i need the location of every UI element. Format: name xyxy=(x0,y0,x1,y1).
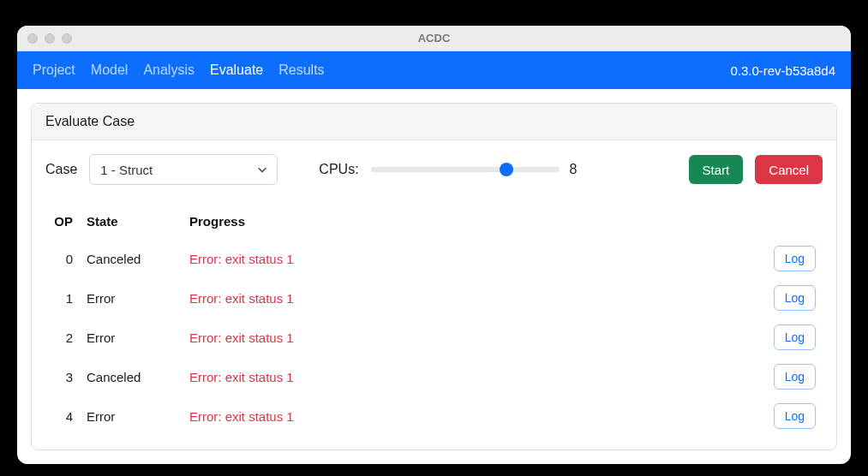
cell-op: 4 xyxy=(45,396,80,436)
log-button[interactable]: Log xyxy=(774,364,816,390)
table-row: 2 Error Error: exit status 1 Log xyxy=(45,318,823,357)
controls-row: Case 1 - Struct CPUs: 8 Start xyxy=(45,154,823,185)
log-button[interactable]: Log xyxy=(774,246,816,271)
cell-progress: Error: exit status 1 xyxy=(183,396,767,436)
th-state: State xyxy=(80,209,183,239)
cpus-slider[interactable] xyxy=(371,167,560,172)
cpus-slider-track xyxy=(371,167,506,172)
nav-items: Project Model Analysis Evaluate Results xyxy=(33,62,325,78)
cell-state: Error xyxy=(80,318,183,357)
cancel-button[interactable]: Cancel xyxy=(755,155,823,184)
cell-op: 3 xyxy=(45,357,80,396)
case-label: Case xyxy=(45,162,77,177)
cell-state: Error xyxy=(80,278,183,318)
cpus-slider-wrap: 8 xyxy=(371,162,578,177)
cell-progress: Error: exit status 1 xyxy=(183,318,767,357)
nav-project[interactable]: Project xyxy=(33,62,75,78)
cpus-value: 8 xyxy=(570,162,578,177)
results-table-wrap: OP State Progress 0 Canceled Error: exit… xyxy=(45,209,823,436)
th-progress: Progress xyxy=(183,209,767,239)
case-select[interactable]: 1 - Struct xyxy=(89,154,278,185)
table-row: 3 Canceled Error: exit status 1 Log xyxy=(45,357,823,396)
app-window: ACDC Project Model Analysis Evaluate Res… xyxy=(17,26,851,464)
results-table: OP State Progress 0 Canceled Error: exit… xyxy=(45,209,823,436)
cell-state: Canceled xyxy=(80,239,183,278)
cell-op: 1 xyxy=(45,278,80,318)
log-button[interactable]: Log xyxy=(774,403,816,429)
cell-progress: Error: exit status 1 xyxy=(183,239,767,278)
chevron-down-icon xyxy=(256,164,268,176)
top-navbar: Project Model Analysis Evaluate Results … xyxy=(17,51,851,89)
start-button[interactable]: Start xyxy=(689,155,744,184)
nav-results[interactable]: Results xyxy=(278,62,324,78)
titlebar: ACDC xyxy=(17,26,851,51)
nav-model[interactable]: Model xyxy=(91,62,129,78)
cell-op: 2 xyxy=(45,318,80,357)
version-label: 0.3.0-rev-b53a8d4 xyxy=(730,63,835,78)
table-row: 1 Error Error: exit status 1 Log xyxy=(45,278,823,318)
log-button[interactable]: Log xyxy=(774,324,816,350)
cell-state: Error xyxy=(80,396,183,436)
content-area: Evaluate Case Case 1 - Struct CPUs: 8 xyxy=(17,89,851,464)
table-row: 0 Canceled Error: exit status 1 Log xyxy=(45,239,823,278)
nav-analysis[interactable]: Analysis xyxy=(143,62,195,78)
table-row: 4 Error Error: exit status 1 Log xyxy=(45,396,823,436)
nav-evaluate[interactable]: Evaluate xyxy=(210,62,263,78)
cpus-slider-thumb[interactable] xyxy=(500,163,513,176)
cell-op: 0 xyxy=(45,239,80,278)
case-select-value: 1 - Struct xyxy=(100,163,248,177)
th-op: OP xyxy=(45,209,80,239)
cpus-label: CPUs: xyxy=(319,162,358,177)
panel-title: Evaluate Case xyxy=(32,104,836,140)
th-logs xyxy=(767,209,823,239)
cell-progress: Error: exit status 1 xyxy=(183,357,767,396)
window-title: ACDC xyxy=(17,32,851,45)
log-button[interactable]: Log xyxy=(774,285,816,311)
evaluate-case-panel: Evaluate Case Case 1 - Struct CPUs: 8 xyxy=(31,103,837,450)
cell-progress: Error: exit status 1 xyxy=(183,278,767,318)
cell-state: Canceled xyxy=(80,357,183,396)
